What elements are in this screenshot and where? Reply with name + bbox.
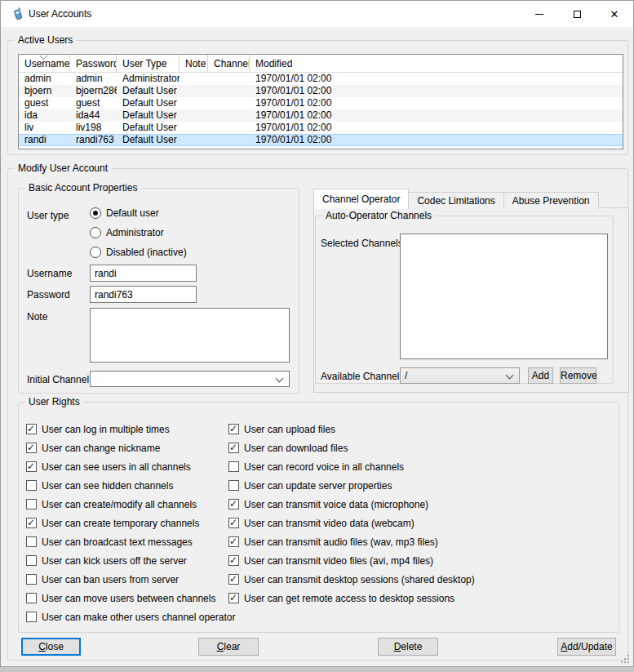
checkbox-label: User can get remote access to desktop se…	[244, 593, 454, 604]
table-cell-user_type: Administrator	[117, 73, 180, 85]
note-label: Note	[27, 311, 47, 323]
clear-button[interactable]: Clear	[198, 638, 259, 656]
add-button[interactable]: Add	[528, 367, 553, 384]
resize-grip[interactable]	[627, 661, 629, 663]
checkbox-checked-icon: ✓	[228, 593, 239, 603]
initial-channel-combobox[interactable]	[90, 371, 290, 387]
add-update-button[interactable]: Add/Update	[557, 638, 616, 656]
right-checkbox[interactable]: ✓User can transmit audio files (wav, mp3…	[228, 532, 475, 551]
checkbox-unchecked-icon	[26, 574, 37, 585]
checkbox-label: User can download files	[244, 443, 348, 454]
checkbox-label: User can see users in all channels	[42, 461, 191, 473]
right-checkbox[interactable]: ✓User can see users in all channels	[26, 457, 235, 476]
close-window-button[interactable]: ✕	[596, 1, 633, 27]
check-mark-icon: ✓	[27, 442, 35, 453]
active-users-groupbox: Active Users UsernamePasswordUser TypeNo…	[7, 40, 628, 155]
table-row[interactable]: adminadminAdministrator1970/01/01 02:00	[19, 73, 623, 85]
table-row[interactable]: guestguestDefault User1970/01/01 02:00	[19, 97, 623, 109]
password-field[interactable]	[90, 286, 197, 303]
table-row[interactable]: bjoernbjoern286Default User1970/01/01 02…	[19, 85, 623, 97]
table-cell-note	[180, 73, 208, 85]
radio-option[interactable]: Default user	[90, 203, 187, 223]
table-cell-modified: 1970/01/01 02:00	[250, 134, 623, 146]
table-cell-channel	[208, 122, 250, 134]
right-checkbox[interactable]: User can record voice in all channels	[228, 457, 475, 476]
tab-abuse-prevention[interactable]: Abuse Prevention	[503, 192, 599, 209]
active-users-table[interactable]: UsernamePasswordUser TypeNoteChannelModi…	[18, 54, 623, 149]
available-channels-combobox[interactable]: /	[400, 367, 520, 384]
checkbox-checked-icon: ✓	[26, 518, 37, 528]
radio-label: Default user	[106, 207, 159, 219]
delete-button[interactable]: Delete	[378, 638, 438, 656]
table-cell-password: guest	[70, 97, 117, 109]
right-checkbox[interactable]: ✓User can log in multiple times	[26, 420, 235, 438]
right-checkbox[interactable]: ✓User can transmit video data (webcam)	[228, 514, 475, 532]
right-checkbox[interactable]: ✓User can transmit video files (avi, mp4…	[228, 551, 475, 570]
checkbox-unchecked-icon	[26, 499, 37, 510]
table-row[interactable]: randirandi763Default User1970/01/01 02:0…	[19, 134, 623, 146]
right-checkbox[interactable]: ✓User can download files	[228, 438, 475, 457]
table-cell-password: admin	[70, 73, 117, 85]
table-cell-modified: 1970/01/01 02:00	[250, 109, 623, 122]
table-cell-password: randi763	[70, 134, 117, 146]
table-cell-username: guest	[19, 97, 70, 109]
right-checkbox[interactable]: User can ban users from server	[26, 570, 235, 589]
table-cell-modified: 1970/01/01 02:00	[250, 85, 623, 97]
right-checkbox[interactable]: User can see hidden channels	[26, 476, 235, 495]
available-channels-label: Available Channels	[321, 371, 405, 382]
table-row[interactable]: livliv198Default User1970/01/01 02:00	[19, 122, 623, 134]
initial-channel-label: Initial Channel	[27, 374, 89, 385]
column-header-channel[interactable]: Channel	[208, 55, 250, 72]
right-checkbox[interactable]: User can make other users channel operat…	[26, 607, 235, 626]
right-checkbox[interactable]: ✓User can upload files	[228, 420, 475, 438]
user-accounts-window: User Accounts ✕ Active Users UsernamePas…	[0, 0, 634, 667]
column-header-user-type[interactable]: User Type	[117, 55, 180, 72]
maximize-button[interactable]	[558, 1, 596, 27]
table-cell-password: liv198	[70, 122, 117, 134]
column-header-password[interactable]: Password	[70, 55, 117, 72]
right-checkbox[interactable]: User can move users between channels	[26, 589, 235, 607]
close-button[interactable]: Close	[21, 638, 81, 656]
right-checkbox[interactable]: User can update server properties	[228, 476, 475, 495]
tab-channel-operator[interactable]: Channel Operator	[313, 189, 409, 209]
check-mark-icon: ✓	[229, 536, 237, 547]
table-row[interactable]: idaida44Default User1970/01/01 02:00	[19, 109, 623, 122]
checkbox-checked-icon: ✓	[26, 461, 37, 472]
right-checkbox[interactable]: User can broadcast text messages	[26, 532, 235, 551]
maximize-icon	[574, 11, 581, 18]
column-header-note[interactable]: Note	[180, 55, 208, 72]
titlebar[interactable]: User Accounts ✕	[1, 1, 633, 27]
minimize-button[interactable]	[521, 1, 558, 27]
right-checkbox[interactable]: ✓User can get remote access to desktop s…	[228, 589, 475, 607]
selected-channels-listbox[interactable]	[400, 234, 608, 359]
radio-option[interactable]: Disabled (inactive)	[90, 243, 187, 262]
right-checkbox[interactable]: ✓User can transmit desktop sessions (sha…	[228, 570, 475, 589]
radio-icon	[90, 207, 101, 219]
right-checkbox[interactable]: ✓User can change nickname	[26, 438, 235, 457]
checkbox-label: User can transmit audio files (wav, mp3 …	[244, 536, 438, 548]
table-cell-modified: 1970/01/01 02:00	[250, 73, 623, 85]
checkbox-unchecked-icon	[26, 536, 37, 547]
table-cell-note	[180, 134, 208, 146]
table-cell-username: liv	[19, 122, 70, 134]
checkbox-checked-icon: ✓	[26, 424, 37, 434]
tab-bar: Channel OperatorCodec LimitationsAbuse P…	[313, 189, 598, 209]
table-header[interactable]: UsernamePasswordUser TypeNoteChannelModi…	[19, 55, 623, 73]
right-checkbox[interactable]: ✓User can transmit voice data (microphon…	[228, 495, 475, 514]
right-checkbox[interactable]: ✓User can create temporary channels	[26, 514, 235, 532]
close-icon: ✕	[610, 9, 619, 20]
checkbox-unchecked-icon	[26, 555, 37, 566]
note-field[interactable]	[90, 308, 290, 363]
username-field[interactable]	[90, 265, 197, 282]
right-checkbox[interactable]: User can kick users off the server	[26, 551, 235, 570]
table-cell-modified: 1970/01/01 02:00	[250, 122, 623, 134]
checkbox-label: User can transmit desktop sessions (shar…	[244, 574, 475, 585]
radio-option[interactable]: Administrator	[90, 223, 187, 243]
checkbox-label: User can transmit video data (webcam)	[244, 518, 415, 529]
column-header-modified[interactable]: Modified	[250, 55, 623, 72]
tab-codec-limitations[interactable]: Codec Limitations	[408, 192, 503, 209]
chevron-down-icon	[276, 375, 284, 383]
table-cell-channel	[208, 85, 250, 97]
remove-button[interactable]: Remove	[560, 367, 596, 384]
right-checkbox[interactable]: User can create/modify all channels	[26, 495, 235, 514]
